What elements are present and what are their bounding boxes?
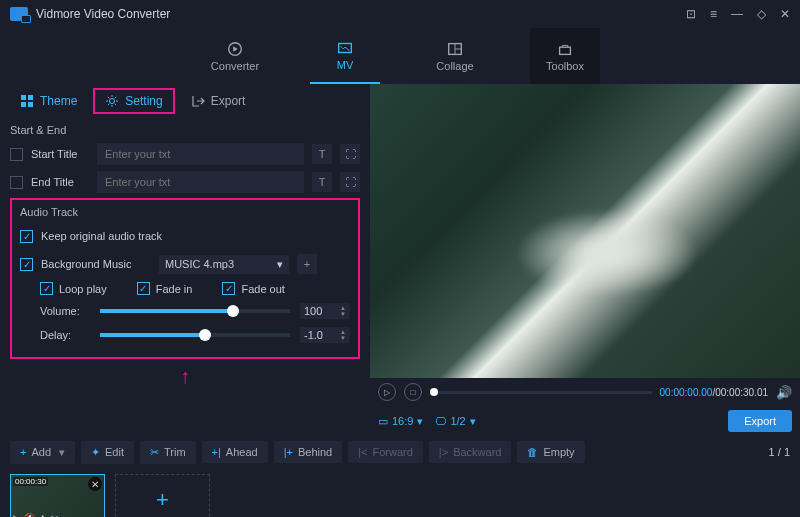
delay-spinner[interactable]: ▲▼ xyxy=(340,329,346,341)
preview-options: ▭16:9▾ 🖵1/2▾ Export xyxy=(370,406,800,436)
forward-button[interactable]: |<Forward xyxy=(348,441,423,463)
keep-audio-row: Keep original audio track xyxy=(20,224,350,248)
volume-value[interactable]: 100▲▼ xyxy=(300,303,350,319)
subtab-theme[interactable]: Theme xyxy=(10,90,87,112)
mv-icon xyxy=(335,39,355,57)
end-title-input[interactable] xyxy=(97,171,304,193)
volume-spinner[interactable]: ▲▼ xyxy=(340,305,346,317)
clip-trim-icon[interactable]: ✂ xyxy=(51,513,59,517)
left-panel: Theme Setting Export Start & End Start T… xyxy=(0,84,370,436)
app-title: Vidmore Video Converter xyxy=(36,7,686,21)
time-current: 00:00:00.00 xyxy=(660,387,713,398)
menu-icon[interactable]: ≡ xyxy=(710,7,717,21)
fadeout-checkbox[interactable] xyxy=(222,282,235,295)
converter-icon xyxy=(225,40,245,58)
plus-icon: + xyxy=(20,446,26,458)
clip-play-icon[interactable]: ▷ xyxy=(13,513,20,517)
start-title-input[interactable] xyxy=(97,143,304,165)
empty-button[interactable]: 🗑Empty xyxy=(517,441,584,463)
trim-button[interactable]: ✂Trim xyxy=(140,441,196,464)
end-title-row: End Title T ⛶ xyxy=(10,170,360,194)
delay-value[interactable]: -1.0▲▼ xyxy=(300,327,350,343)
ahead-icon: +| xyxy=(212,446,221,458)
clip-toolbar: +Add▾ ✦Edit ✂Trim +|Ahead |+Behind |<For… xyxy=(0,436,800,468)
delay-row: Delay: -1.0▲▼ xyxy=(40,327,350,343)
keep-audio-checkbox[interactable] xyxy=(20,230,33,243)
window-controls: ⊡ ≡ — ◇ ✕ xyxy=(686,7,790,21)
audio-track-section: Audio Track Keep original audio track Ba… xyxy=(10,198,360,359)
svg-rect-1 xyxy=(339,44,352,53)
clip-remove-button[interactable]: ✕ xyxy=(88,477,102,491)
monitor-icon: 🖵 xyxy=(435,415,446,427)
nav-mv-label: MV xyxy=(337,59,354,71)
maximize-icon[interactable]: ◇ xyxy=(757,7,766,21)
nav-toolbox-label: Toolbox xyxy=(546,60,584,72)
add-clip-button[interactable]: + xyxy=(115,474,210,517)
progress-bar[interactable] xyxy=(430,391,652,394)
clip-duration: 00:00:30 xyxy=(13,477,48,486)
clip-thumbnail[interactable]: 00:00:30 ✕ ▷ 🔇 ✦ ✂ xyxy=(10,474,105,517)
pager: 1 / 1 xyxy=(769,446,790,458)
nav-toolbox[interactable]: Toolbox xyxy=(530,28,600,84)
ahead-button[interactable]: +|Ahead xyxy=(202,441,268,463)
backward-icon: |> xyxy=(439,446,448,458)
subtab-setting[interactable]: Setting xyxy=(93,88,174,114)
subtab-setting-label: Setting xyxy=(125,94,162,108)
end-title-expand-button[interactable]: ⛶ xyxy=(340,172,360,192)
video-preview[interactable] xyxy=(370,84,800,378)
backward-button[interactable]: |>Backward xyxy=(429,441,512,463)
annotation-arrow-icon: ↑ xyxy=(10,365,360,388)
nav-converter[interactable]: Converter xyxy=(200,28,270,84)
start-title-label: Start Title xyxy=(31,148,89,160)
close-icon[interactable]: ✕ xyxy=(780,7,790,21)
svg-rect-7 xyxy=(28,95,33,100)
behind-button[interactable]: |+Behind xyxy=(274,441,343,463)
svg-rect-5 xyxy=(560,47,571,54)
scale-select[interactable]: 🖵1/2▾ xyxy=(435,415,475,428)
aspect-ratio-select[interactable]: ▭16:9▾ xyxy=(378,415,423,428)
edit-icon: ✦ xyxy=(91,446,100,459)
start-title-row: Start Title T ⛶ xyxy=(10,142,360,166)
scissors-icon: ✂ xyxy=(150,446,159,459)
stop-button[interactable]: □ xyxy=(404,383,422,401)
loop-checkbox[interactable] xyxy=(40,282,53,295)
main-area: Theme Setting Export Start & End Start T… xyxy=(0,84,800,436)
svg-rect-6 xyxy=(21,95,26,100)
clip-edit-icon[interactable]: ✦ xyxy=(39,513,47,517)
chevron-down-icon: ▾ xyxy=(417,415,423,428)
section-audio: Audio Track xyxy=(20,206,350,218)
export-button[interactable]: Export xyxy=(728,410,792,432)
minimize-icon[interactable]: — xyxy=(731,7,743,21)
fadein-option: Fade in xyxy=(137,282,193,295)
start-title-expand-button[interactable]: ⛶ xyxy=(340,144,360,164)
bg-music-checkbox[interactable] xyxy=(20,258,33,271)
collage-icon xyxy=(445,40,465,58)
feedback-icon[interactable]: ⊡ xyxy=(686,7,696,21)
start-title-checkbox[interactable] xyxy=(10,148,23,161)
end-title-checkbox[interactable] xyxy=(10,176,23,189)
svg-rect-9 xyxy=(28,102,33,107)
add-music-button[interactable]: + xyxy=(297,254,317,274)
delay-slider[interactable] xyxy=(100,333,290,337)
fadein-checkbox[interactable] xyxy=(137,282,150,295)
fadeout-label: Fade out xyxy=(241,283,284,295)
export-icon xyxy=(191,94,205,108)
add-button[interactable]: +Add▾ xyxy=(10,441,75,464)
volume-icon[interactable]: 🔊 xyxy=(776,385,792,400)
nav-mv[interactable]: MV xyxy=(310,28,380,84)
clip-mute-icon[interactable]: 🔇 xyxy=(24,513,35,517)
end-title-label: End Title xyxy=(31,176,89,188)
playback-controls: ▷ □ 00:00:00.00/00:00:30.01 🔊 xyxy=(370,378,800,406)
chevron-down-icon: ▾ xyxy=(59,446,65,459)
subtab-export[interactable]: Export xyxy=(181,90,256,112)
right-panel: ▷ □ 00:00:00.00/00:00:30.01 🔊 ▭16:9▾ 🖵1/… xyxy=(370,84,800,436)
edit-button[interactable]: ✦Edit xyxy=(81,441,134,464)
bg-music-select[interactable]: MUSIC 4.mp3 ▾ xyxy=(159,255,289,274)
volume-label: Volume: xyxy=(40,305,90,317)
volume-slider[interactable] xyxy=(100,309,290,313)
volume-row: Volume: 100▲▼ xyxy=(40,303,350,319)
end-title-font-button[interactable]: T xyxy=(312,172,332,192)
play-button[interactable]: ▷ xyxy=(378,383,396,401)
nav-collage[interactable]: Collage xyxy=(420,28,490,84)
start-title-font-button[interactable]: T xyxy=(312,144,332,164)
